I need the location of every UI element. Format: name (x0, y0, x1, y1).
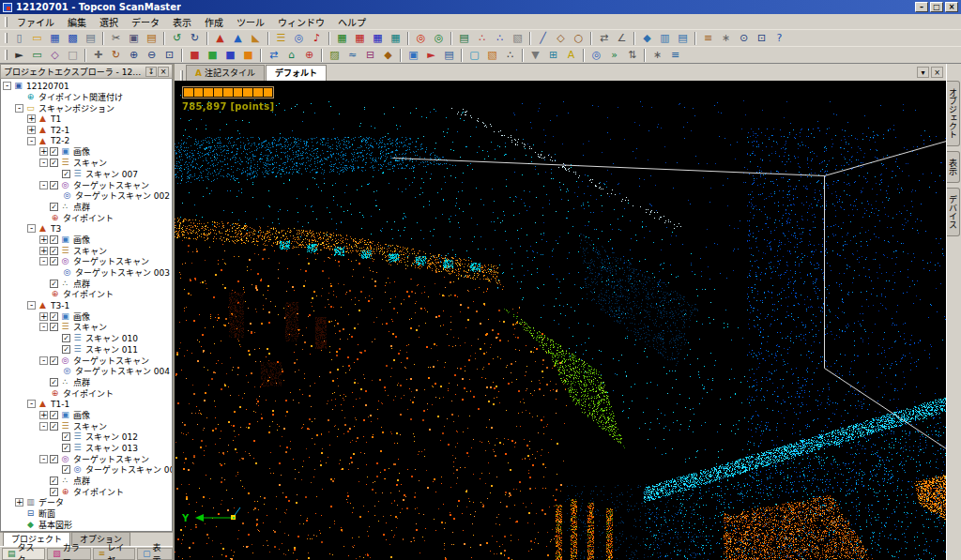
cloud-red-icon[interactable]: ∴ (474, 31, 490, 46)
close-button[interactable]: × (945, 2, 958, 12)
redo-icon[interactable]: ↻ (187, 31, 203, 46)
annotation-icon[interactable]: A (563, 48, 579, 63)
cube-orange-icon[interactable]: ■ (240, 48, 256, 63)
dock-tab[interactable]: ▢表示 (137, 548, 173, 560)
camera-view-icon[interactable]: ◎ (588, 48, 604, 63)
menu-item[interactable]: ヘルプ (331, 14, 373, 30)
tree-item[interactable]: -▲T1-1 (1, 399, 172, 410)
tree-item[interactable]: +▲T2-1 (1, 125, 172, 136)
tree-checkbox[interactable]: ✓ (62, 444, 70, 452)
tree-item[interactable]: ✓☰スキャン 010 (1, 333, 172, 344)
paste-icon[interactable]: ▤ (144, 31, 160, 46)
circle-icon[interactable]: ○ (571, 31, 587, 46)
grid-red-icon[interactable]: ▦ (352, 31, 368, 46)
measure-angle-icon[interactable]: ∠ (614, 31, 630, 46)
tree-item[interactable]: ✓◎ターゲットスキャン 003 (1, 464, 172, 476)
tree-item[interactable]: ◆基本図形 (1, 520, 172, 531)
tree-item[interactable]: -▭スキャンポジション (1, 102, 172, 114)
select-icon[interactable]: ► (11, 48, 27, 63)
menu-item[interactable]: 編集 (61, 14, 93, 30)
cube-red-icon[interactable]: ■ (187, 48, 203, 63)
orthoimage-icon[interactable]: ▣ (405, 48, 421, 63)
deselect-icon[interactable]: □ (65, 48, 81, 63)
open-project-icon[interactable]: ▭ (29, 31, 45, 46)
zoom-in-icon[interactable]: ⊕ (126, 48, 142, 63)
tree-expander[interactable]: - (27, 400, 36, 408)
cloud-table-icon[interactable]: ▤ (456, 31, 472, 46)
tree-expander[interactable]: - (39, 159, 48, 167)
help-icon[interactable]: ? (771, 31, 787, 46)
zoom-icon[interactable]: ⊙ (736, 31, 752, 46)
tree-expander[interactable]: - (39, 323, 48, 331)
layers-icon[interactable]: ≡ (700, 31, 716, 46)
tree-item[interactable]: +✓▣画像 (1, 235, 172, 246)
save-icon[interactable]: ▦ (47, 31, 63, 46)
select-polygon-icon[interactable]: ◇ (47, 48, 63, 63)
tree-expander[interactable]: + (15, 498, 23, 507)
color-mode-icon[interactable]: ▧ (484, 48, 500, 63)
tree-checkbox[interactable]: ✓ (50, 147, 58, 156)
zoom-window-icon[interactable]: ⊡ (754, 31, 770, 46)
measure-distance-icon[interactable]: ⇄ (596, 31, 612, 46)
tree-item[interactable]: -✓☰スキャン (1, 158, 172, 169)
maximize-button[interactable]: □ (930, 2, 943, 12)
target-red-icon[interactable]: ◎ (413, 31, 429, 46)
side-tab[interactable]: 表示 (947, 151, 960, 183)
grid-green-icon[interactable]: ▦ (334, 31, 350, 46)
tree-item[interactable]: -✓☰スキャン (1, 322, 172, 333)
movie-icon[interactable]: ► (423, 48, 439, 63)
tools-icon[interactable]: ∗ (649, 48, 665, 63)
zoom-out-icon[interactable]: ⊖ (144, 48, 160, 63)
select-fence-icon[interactable]: ▭ (29, 48, 45, 63)
tree-item[interactable]: -✓◎ターゲットスキャン (1, 453, 172, 464)
tree-expander[interactable]: - (39, 257, 48, 265)
tree-item[interactable]: -▣12120701 (1, 81, 172, 92)
point-size-icon[interactable]: ∴ (502, 48, 518, 63)
tree-item[interactable]: ✓∴点群 (1, 377, 172, 388)
titlebar[interactable]: 12120701 - Topcon ScanMaster –□× (0, 0, 961, 14)
filter-icon[interactable]: ▼ (527, 48, 543, 63)
copy-icon[interactable]: ▣ (126, 31, 142, 46)
tree-item[interactable]: ⊕タイポイント (1, 289, 172, 300)
tree-checkbox[interactable]: ✓ (50, 422, 58, 431)
menu-item[interactable]: ウィンドウ (271, 14, 331, 30)
tree-checkbox[interactable]: ✓ (62, 432, 70, 441)
note-icon[interactable]: ♪ (309, 31, 325, 46)
tree-checkbox[interactable]: ✓ (50, 356, 58, 365)
display-list-icon[interactable]: ≡ (667, 48, 683, 63)
tree-expander[interactable]: + (39, 235, 48, 244)
tree-expander[interactable]: - (27, 301, 36, 310)
register-scans-icon[interactable]: ⇄ (266, 48, 282, 63)
tree-checkbox[interactable]: ✓ (50, 280, 58, 288)
tree-item[interactable]: ⊕タイポイント (1, 212, 172, 223)
tree-checkbox[interactable]: ✓ (50, 477, 58, 485)
panel-close-button[interactable]: × (158, 67, 169, 77)
view-3d-icon[interactable]: ◆ (639, 31, 655, 46)
tree-checkbox[interactable]: ✓ (50, 159, 58, 167)
surface-icon[interactable]: ▨ (327, 48, 343, 63)
tiepoint-icon[interactable]: ⊕ (301, 48, 317, 63)
tree-checkbox[interactable]: ✓ (50, 235, 58, 244)
tree-checkbox[interactable]: ✓ (62, 170, 70, 178)
print-icon[interactable]: ▤ (83, 31, 99, 46)
dock-tab[interactable]: ▤タスク (2, 548, 45, 560)
side-tab[interactable]: デバイス (947, 188, 960, 236)
save-all-icon[interactable]: ▩ (65, 31, 81, 46)
section-icon[interactable]: ⊟ (362, 48, 378, 63)
tree-checkbox[interactable]: ✓ (50, 181, 58, 189)
polyline-icon[interactable]: ╱ (535, 31, 551, 46)
tree-item[interactable]: +✓☰スキャン (1, 245, 172, 256)
settings-icon[interactable]: ∗ (718, 31, 734, 46)
polygon-icon[interactable]: ◇ (553, 31, 569, 46)
view-top-icon[interactable]: ▥ (657, 31, 673, 46)
tree-expander[interactable]: - (3, 82, 11, 90)
tree-item[interactable]: +▲T1 (1, 114, 172, 125)
tree-item[interactable]: +✓▣画像 (1, 310, 172, 322)
tree-item[interactable]: -✓☰スキャン (1, 420, 172, 431)
tree-checkbox[interactable]: ✓ (62, 465, 70, 474)
tree-expander[interactable]: + (27, 114, 36, 123)
target-green-icon[interactable]: ◎ (431, 31, 447, 46)
tree-item[interactable]: ✓☰スキャン 011 (1, 344, 172, 356)
tree-expander[interactable]: - (39, 356, 48, 365)
display-settings-icon[interactable]: ▢ (466, 48, 482, 63)
